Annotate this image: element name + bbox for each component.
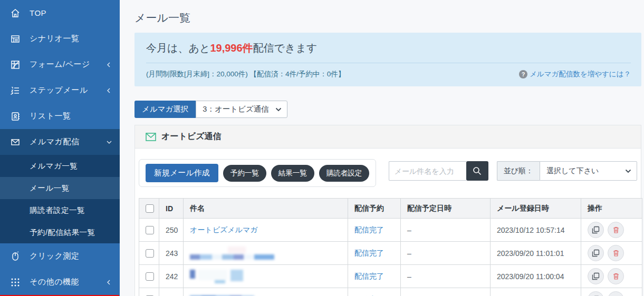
- main-content: メール一覧 今月は、あと19,996件配信できます (月間制限数[月末締]：20…: [120, 0, 644, 296]
- question-icon: ?: [519, 70, 527, 78]
- toolbar: 新規メール作成 予約一覧 結果一覧 購読者設定 並び順：: [139, 159, 637, 187]
- melmaga-selector-row: メルマガ選択 3：オートビズ通信: [134, 101, 641, 118]
- sidebar-submenu: メルマガ一覧 メール一覧 購読者設定一覧 予約/配信結果一覧: [0, 155, 120, 243]
- status-link[interactable]: 配信完了: [354, 272, 384, 280]
- new-mail-button[interactable]: 新規メール作成: [146, 164, 218, 182]
- search-group: [389, 161, 488, 181]
- quota-info-box: 今月は、あと19,996件配信できます (月間制限数[月末締]：20,000件)…: [134, 33, 641, 86]
- delete-button[interactable]: [608, 291, 624, 296]
- status-link[interactable]: 配信完了: [354, 225, 384, 234]
- sort-label: 並び順：: [497, 161, 540, 181]
- sidebar-item-click-measure[interactable]: クリック測定: [0, 243, 120, 269]
- delete-button[interactable]: [608, 245, 624, 261]
- chevron-left-icon: [106, 62, 112, 68]
- sidebar-subitem-melmaga-list[interactable]: メルマガ一覧: [0, 155, 120, 177]
- col-id: ID: [159, 199, 184, 219]
- sidebar-item-step-mail[interactable]: ステップメール: [0, 77, 120, 103]
- panel-title: オートビズ通信: [161, 131, 222, 142]
- green-mail-icon: [146, 133, 156, 141]
- cell-scheduled: –: [401, 265, 491, 288]
- sidebar-item-form-page[interactable]: フォーム/ページ: [0, 52, 120, 77]
- sidebar-item-label: クリック測定: [30, 251, 112, 261]
- sidebar: TOP シナリオ一覧 フォーム/ページ ステップメール リスト一覧: [0, 0, 120, 296]
- step-mail-icon: [9, 85, 21, 96]
- cell-id: 250: [159, 219, 184, 242]
- subscriber-settings-button[interactable]: 購読者設定: [319, 165, 370, 182]
- select-all-checkbox[interactable]: [146, 204, 154, 213]
- reservation-list-button[interactable]: 予約一覧: [223, 165, 266, 182]
- results-list-button[interactable]: 結果一覧: [271, 165, 314, 182]
- cell-scheduled: [401, 288, 491, 296]
- mail-table: ID 件名 配信予約 配信予定日時 メール登録日時 操作 250 オートビズメル…: [139, 198, 642, 296]
- col-scheduled: 配信予定日時: [401, 199, 491, 219]
- quota-remaining-text: 今月は、あと19,996件配信できます: [146, 41, 631, 63]
- trash-icon: [612, 272, 620, 280]
- chevron-left-icon: [106, 87, 112, 94]
- row-checkbox[interactable]: [146, 249, 154, 258]
- sidebar-item-label: その他の機能: [30, 277, 106, 287]
- sidebar-item-list[interactable]: リスト一覧: [0, 103, 120, 129]
- col-status: 配信予約: [348, 199, 401, 219]
- increase-quota-link[interactable]: ? メルマガ配信数を増やすには？: [519, 70, 631, 79]
- quota-count: 19,996件: [210, 42, 253, 54]
- cell-id: 242: [159, 265, 184, 288]
- redacted-subject: [190, 270, 341, 283]
- status-link[interactable]: 配信完了: [354, 249, 384, 257]
- chevron-down-icon: [106, 140, 112, 145]
- sidebar-item-top[interactable]: TOP: [0, 0, 120, 26]
- delete-button[interactable]: [608, 268, 624, 284]
- sidebar-item-scenario[interactable]: シナリオ一覧: [0, 26, 120, 52]
- form-page-icon: [9, 59, 21, 71]
- delete-button[interactable]: [608, 222, 624, 238]
- cell-id: 243: [159, 242, 184, 265]
- sidebar-item-label: リスト一覧: [30, 111, 112, 121]
- panel-header: オートビズ通信: [135, 125, 641, 149]
- chevron-down-icon: [625, 169, 631, 173]
- copy-icon: [592, 249, 600, 257]
- home-icon: [9, 7, 21, 19]
- row-checkbox[interactable]: [146, 226, 154, 234]
- sidebar-item-label: シナリオ一覧: [30, 34, 112, 44]
- sidebar-item-melmaga[interactable]: メルマガ配信: [0, 129, 120, 155]
- sort-select[interactable]: 選択して下さい: [540, 161, 637, 181]
- mouse-icon: [9, 251, 21, 262]
- sort-select-value: 選択して下さい: [546, 166, 599, 176]
- melmaga-select-label: メルマガ選択: [134, 101, 196, 118]
- quota-prefix: 今月は、あと: [146, 42, 210, 54]
- cell-registered: [491, 288, 581, 296]
- cell-registered: 2023/09/20 11:01:01: [491, 242, 581, 265]
- sidebar-subitem-subscriber-settings[interactable]: 購読者設定一覧: [0, 199, 120, 221]
- sidebar-subitem-reservation-results[interactable]: 予約/配信結果一覧: [0, 221, 120, 243]
- cell-registered: 2023/10/12 10:57:14: [491, 219, 581, 242]
- row-checkbox[interactable]: [146, 272, 154, 281]
- copy-button[interactable]: [588, 268, 604, 284]
- copy-button[interactable]: [588, 291, 604, 296]
- apps-grid-icon: [9, 277, 21, 288]
- col-registered: メール登録日時: [491, 199, 581, 219]
- melmaga-select[interactable]: 3：オートビズ通信: [196, 101, 287, 118]
- sort-group: 並び順： 選択して下さい: [497, 161, 637, 181]
- sidebar-item-label: ステップメール: [30, 85, 106, 95]
- cell-id: [159, 288, 184, 296]
- sidebar-subitem-label: メール一覧: [30, 183, 70, 193]
- sidebar-subitem-mail-list[interactable]: メール一覧: [0, 177, 120, 199]
- table-row: 250 オートビズメルマガ 配信完了 – 2023/10/12 10:57:14: [139, 219, 642, 242]
- search-button[interactable]: [466, 161, 488, 181]
- copy-icon: [592, 272, 600, 280]
- address-book-icon: [9, 111, 21, 122]
- copy-button[interactable]: [588, 222, 604, 238]
- mail-actions-group: 新規メール作成 予約一覧 結果一覧 購読者設定: [139, 159, 376, 187]
- search-input[interactable]: [389, 161, 466, 181]
- sidebar-item-label: メルマガ配信: [30, 137, 106, 147]
- melmaga-select-value: 3：オートビズ通信: [203, 104, 268, 114]
- copy-button[interactable]: [588, 245, 604, 261]
- subject-link[interactable]: オートビズメルマガ: [190, 225, 258, 234]
- sidebar-subitem-label: メルマガ一覧: [30, 161, 78, 171]
- copy-icon: [592, 226, 600, 234]
- sidebar-item-other-functions[interactable]: その他の機能: [0, 269, 120, 295]
- melmaga-panel: オートビズ通信 新規メール作成 予約一覧 結果一覧 購読者設定: [134, 125, 641, 296]
- cell-registered: 2023/09/20 11:00:04: [491, 265, 581, 288]
- trash-icon: [612, 249, 620, 257]
- col-ops: 操作: [581, 199, 642, 219]
- search-icon: [473, 166, 482, 175]
